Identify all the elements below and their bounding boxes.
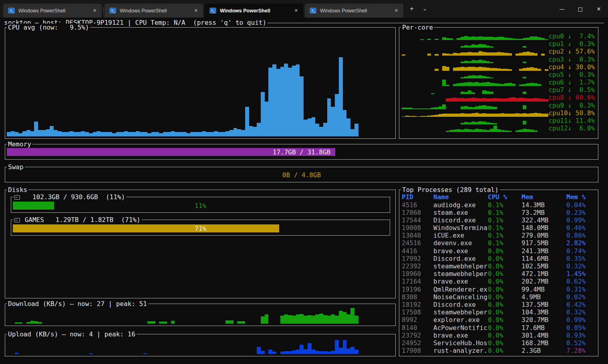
spark-bar <box>479 83 482 86</box>
spark-bar <box>453 98 457 102</box>
chart-bar <box>230 130 234 136</box>
chart-bar <box>350 308 354 324</box>
tab-close-button[interactable]: ✕ <box>192 7 200 14</box>
tab-close-button[interactable]: ✕ <box>91 7 99 14</box>
disk-box-1: GAMES 1.29TB / 1.82TB (71%)71% <box>11 220 390 236</box>
spark-bar <box>475 106 479 109</box>
spark-bar <box>504 114 508 117</box>
chart-bar <box>346 314 350 324</box>
chart-bar <box>261 316 265 324</box>
chart-bar <box>288 351 292 354</box>
spark-bar <box>482 52 486 56</box>
chart-bar <box>62 132 66 136</box>
spark-bar <box>534 36 538 40</box>
chart-bar <box>339 311 343 324</box>
process-mem-pct: 7.28% <box>566 347 586 354</box>
tab-dropdown-button[interactable]: ⌄ <box>419 0 431 18</box>
spark-bar <box>545 114 548 117</box>
spark-bar <box>497 52 501 56</box>
spark-bar <box>538 37 541 40</box>
process-name: brave.exe <box>433 332 468 339</box>
spark-bar <box>526 114 530 117</box>
chart-bar <box>304 120 308 136</box>
close-button[interactable]: ✕ <box>590 0 608 18</box>
chart-bar <box>261 92 265 136</box>
spark-bar <box>538 113 541 117</box>
tab-close-button[interactable]: ✕ <box>393 7 400 14</box>
new-tab-button[interactable]: + <box>405 0 419 18</box>
spark-bar <box>486 52 490 56</box>
process-row: 17544Discord.exe0.1%322.4MB0.99% <box>399 216 598 224</box>
chart-bar <box>151 132 155 136</box>
disk-usage-text: GAMES 1.29TB / 1.82TB (71%) <box>21 216 141 224</box>
chart-bar <box>284 351 288 354</box>
process-mem-pct: 0.32% <box>566 262 586 270</box>
process-mem: 17.6MB <box>521 324 545 332</box>
process-mem-pct: 0.99% <box>566 216 586 224</box>
chart-bar <box>308 343 312 354</box>
process-row: 23792brave.exe0.0%301.4MB0.93% <box>399 332 598 339</box>
spark-bar <box>471 130 475 132</box>
spark-bar <box>530 36 534 40</box>
process-mem: 322.4MB <box>521 216 548 224</box>
upload-title: Upload (KB/s) — now: 4 | peak: 16 <box>7 330 137 338</box>
tab-windows-powershell-2[interactable]: >_Windows PowerShell✕ <box>105 4 203 18</box>
memory-gauge: 17.7GB / 31.8GB <box>7 148 596 156</box>
spark-bar <box>457 67 460 71</box>
core-label: cpu9 ↓ 0.3% <box>548 102 595 109</box>
process-cpu: 0.0% <box>488 262 503 270</box>
spark-bar <box>475 82 479 86</box>
process-row: 19008WindowsTermina0.1%148.0MB0.46% <box>399 224 598 232</box>
chart-bar <box>323 351 327 354</box>
chart-bar <box>237 129 241 136</box>
core-sparkline <box>402 63 548 71</box>
core-sparkline <box>402 109 548 117</box>
chart-bar <box>81 131 85 136</box>
spark-bar <box>479 36 482 40</box>
chart-bar <box>300 76 304 136</box>
process-cpu: 0.1% <box>488 216 503 224</box>
spark-bar <box>464 98 468 102</box>
tab-windows-powershell-4[interactable]: >_Windows PowerShell✕ <box>305 4 403 18</box>
chart-bar <box>268 68 272 136</box>
process-mem: 102.5MB <box>521 262 548 270</box>
spark-bar <box>493 68 497 71</box>
process-row: 18192Discord.exe0.0%137.5MB0.42% <box>399 301 598 308</box>
process-mem-pct: 0.42% <box>566 301 586 308</box>
disk-usage-text: 102.3GB / 930.6GB (11%) <box>21 193 125 201</box>
chart-bar <box>272 64 276 136</box>
process-name: devenv.exe <box>433 239 472 247</box>
tab-windows-powershell-1[interactable]: >_Windows PowerShell✕ <box>3 4 102 18</box>
spark-bar <box>471 122 475 124</box>
chart-bar <box>237 321 241 324</box>
minimize-button[interactable]: — <box>553 0 571 18</box>
spark-bar <box>461 67 464 71</box>
chart-bar <box>159 322 163 324</box>
tab-windows-powershell-3[interactable]: >_Windows PowerShell✕ <box>205 4 303 18</box>
cpu-avg-panel: CPU avg (now: 9.5%) <box>5 27 396 139</box>
chart-bar <box>136 131 140 136</box>
chart-bar <box>163 132 167 136</box>
spark-bar <box>464 106 468 109</box>
chart-bar <box>89 353 93 354</box>
spark-bar <box>501 37 504 40</box>
chart-bar <box>304 316 308 324</box>
maximize-button[interactable]: □ <box>571 0 590 18</box>
chart-bar <box>18 322 22 324</box>
spark-bar <box>486 114 490 117</box>
spark-bar <box>493 83 497 86</box>
spark-bar <box>482 44 486 48</box>
disk-title: 102.3GB / 930.6GB (11%) <box>13 193 126 201</box>
spark-bar <box>530 52 534 56</box>
chart-bar <box>335 340 339 354</box>
process-mem: 279.0MB <box>521 232 548 239</box>
core-sparkline <box>402 124 548 132</box>
chart-bar <box>171 131 175 136</box>
chart-bar <box>253 127 257 136</box>
process-row: 17868steam.exe0.1%73.2MB0.23% <box>399 209 598 216</box>
swap-gauge-label: 0B / 4.8GB <box>7 171 596 179</box>
spark-bar <box>446 67 449 71</box>
tab-close-button[interactable]: ✕ <box>292 7 300 14</box>
process-row: 22392steamwebhelper0.0%102.5MB0.32% <box>399 262 598 270</box>
chart-bar <box>155 132 159 136</box>
